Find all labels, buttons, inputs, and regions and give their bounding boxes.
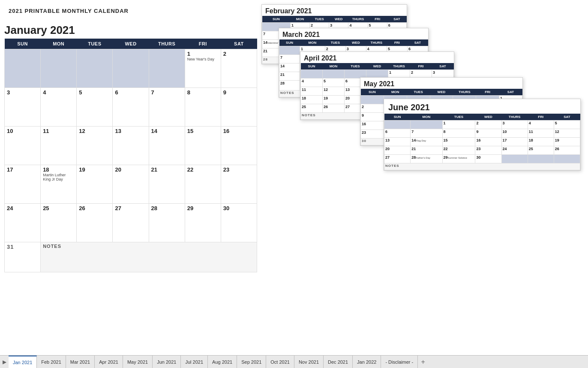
day-31: 31 xyxy=(5,242,41,272)
january-grid: SUN MON TUES WED THURS FRI SAT 1New Year… xyxy=(4,39,257,272)
col-fri: FRI xyxy=(368,16,387,23)
day-4: 4 xyxy=(41,88,77,127)
day-13: 13 xyxy=(113,127,149,165)
day-14: 14 xyxy=(149,127,185,165)
march-title: March 2021 xyxy=(279,28,428,39)
empty-cell xyxy=(113,49,149,88)
table-row: 27 28Father's Day 29Summer Solstice 30 xyxy=(384,155,580,163)
tab-apr-2021[interactable]: Apr 2021 xyxy=(95,356,123,368)
tab-aug-2021[interactable]: Aug 2021 xyxy=(208,356,237,368)
tab-disclaimer[interactable]: - Disclaimer - xyxy=(381,356,418,368)
day-19: 19 xyxy=(77,165,113,204)
day-9: 9 xyxy=(221,88,257,127)
col-sat: SAT xyxy=(221,39,257,49)
tab-dec-2021[interactable]: Dec 2021 xyxy=(324,356,353,368)
col-thurs: THURS xyxy=(149,39,185,49)
day-12: 12 xyxy=(77,127,113,165)
empty-cell xyxy=(41,49,77,88)
table-row: 1New Year's Day 2 xyxy=(5,49,257,88)
col-thurs: THURS xyxy=(348,16,368,23)
january-title: January 2021 xyxy=(4,24,257,39)
empty-cell xyxy=(5,49,41,88)
day-11: 11 xyxy=(41,127,77,165)
col-mon: MON xyxy=(290,16,309,23)
june-calendar: June 2021 SUN MON TUES WED THURS FRI SAT… xyxy=(384,99,581,171)
notes-label: NOTES xyxy=(41,242,257,272)
day-2: 2 xyxy=(221,49,257,88)
empty-cell xyxy=(77,49,113,88)
day-15: 15 xyxy=(185,127,221,165)
table-row: 10 11 12 13 14 15 16 xyxy=(5,127,257,165)
tab-nov-2021[interactable]: Nov 2021 xyxy=(294,356,324,368)
february-title: February 2021 xyxy=(262,5,407,16)
tab-jan-2021[interactable]: Jan 2021 xyxy=(9,356,37,368)
day-18: 18Martin Luther King Jr Day xyxy=(41,165,77,204)
day-21: 21 xyxy=(149,165,185,204)
day-1: 1New Year's Day xyxy=(185,49,221,88)
june-grid: SUN MON TUES WED THURS FRI SAT 1 2 3 4 xyxy=(384,114,580,170)
tab-sep-2021[interactable]: Sep 2021 xyxy=(237,356,266,368)
day-16: 16 xyxy=(221,127,257,165)
tab-add-button[interactable]: + xyxy=(418,356,428,368)
day-17: 17 xyxy=(5,165,41,204)
col-wed: WED xyxy=(329,16,348,23)
day-22: 22 xyxy=(185,165,221,204)
table-row: 17 18Martin Luther King Jr Day 19 20 21 … xyxy=(5,165,257,204)
table-row: 20 21 22 23 24 25 26 xyxy=(384,146,580,155)
day-26: 26 xyxy=(77,204,113,242)
col-tues: TUES xyxy=(310,16,329,23)
day-29: 29 xyxy=(185,204,221,242)
day-5: 5 xyxy=(77,88,113,127)
day-20: 20 xyxy=(113,165,149,204)
col-fri: FRI xyxy=(185,39,221,49)
table-row: 3 4 5 6 7 8 9 xyxy=(5,88,257,127)
day-7: 7 xyxy=(149,88,185,127)
april-title: April 2021 xyxy=(300,52,454,63)
table-row: 1 2 3 4 5 xyxy=(384,121,580,129)
notes-row: 31 NOTES xyxy=(5,242,257,272)
tab-jul-2021[interactable]: Jul 2021 xyxy=(181,356,208,368)
day-10: 10 xyxy=(5,127,41,165)
day-8: 8 xyxy=(185,88,221,127)
table-row: 24 25 26 27 28 29 30 xyxy=(5,204,257,242)
tab-mar-2021[interactable]: Mar 2021 xyxy=(66,356,95,368)
main-content: 2021 PRINTABLE MONTHLY CALENDAR January … xyxy=(0,0,588,352)
june-title: June 2021 xyxy=(384,99,580,114)
day-23: 23 xyxy=(221,165,257,204)
tab-oct-2021[interactable]: Oct 2021 xyxy=(266,356,294,368)
tab-may-2021[interactable]: May 2021 xyxy=(123,356,153,368)
notes-row: NOTES xyxy=(384,163,580,170)
col-mon: MON xyxy=(41,39,77,49)
day-24: 24 xyxy=(5,204,41,242)
col-sun: SUN xyxy=(5,39,41,49)
tab-bar: ▶ Jan 2021 Feb 2021 Mar 2021 Apr 2021 Ma… xyxy=(0,355,588,368)
table-row: 13 14Flag Day 15 16 17 18 19 xyxy=(384,138,580,146)
day-6: 6 xyxy=(113,88,149,127)
day-28: 28 xyxy=(149,204,185,242)
col-sun: SUN xyxy=(262,16,291,23)
col-tues: TUES xyxy=(77,39,113,49)
col-wed: WED xyxy=(113,39,149,49)
empty-cell xyxy=(149,49,185,88)
january-calendar: January 2021 SUN MON TUES WED THURS FRI … xyxy=(4,24,257,272)
day-27: 27 xyxy=(113,204,149,242)
day-30: 30 xyxy=(221,204,257,242)
day-25: 25 xyxy=(41,204,77,242)
col-sat: SAT xyxy=(387,16,406,23)
tab-scroll-left[interactable]: ▶ xyxy=(0,356,9,368)
tab-jan-2022[interactable]: Jan 2022 xyxy=(353,356,381,368)
tab-jun-2021[interactable]: Jun 2021 xyxy=(153,356,181,368)
day-3: 3 xyxy=(5,88,41,127)
table-row: 6 7 8 9 10 11 12 xyxy=(384,129,580,138)
may-title: May 2021 xyxy=(360,78,522,89)
tab-feb-2021[interactable]: Feb 2021 xyxy=(37,356,66,368)
